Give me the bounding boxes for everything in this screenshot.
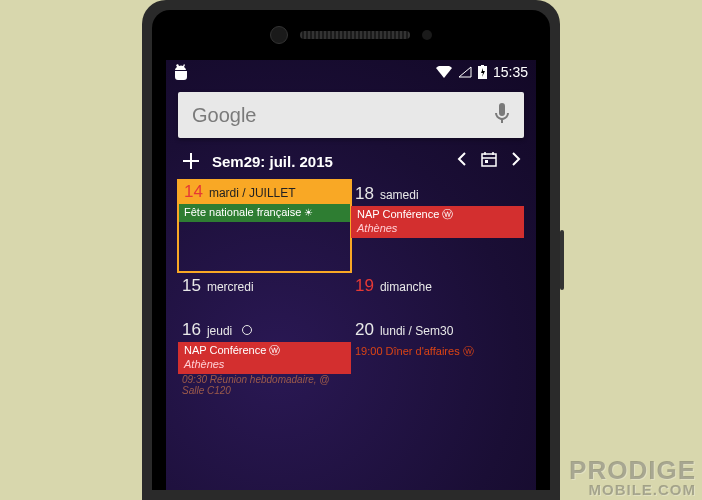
widget-title: Sem29: juil. 2015: [212, 153, 446, 170]
day-header: 14 mardi / JUILLET: [178, 180, 351, 204]
day-name: jeudi: [207, 324, 232, 338]
earpiece-speaker: [300, 31, 410, 39]
search-placeholder: Google: [192, 104, 494, 127]
day-number: 20: [355, 320, 374, 340]
clock: 15:35: [493, 64, 528, 80]
event-conference[interactable]: NAP Conférence ⓦ Athènes: [351, 206, 524, 238]
day-header: 18 samedi: [355, 182, 520, 206]
watermark-line2: MOBILE.COM: [569, 483, 696, 497]
wifi-icon: [436, 66, 452, 78]
svg-rect-2: [482, 154, 496, 166]
day-name: lundi / Sem30: [380, 324, 453, 338]
mic-icon[interactable]: [494, 102, 510, 128]
day-name: mardi / JUILLET: [209, 186, 296, 200]
event-holiday[interactable]: Fête nationale française ☀: [178, 204, 351, 222]
day-cell-16[interactable]: 16 jeudi NAP Conférence ⓦ Athènes 09:30 …: [178, 316, 351, 408]
svg-rect-1: [481, 65, 484, 67]
sun-icon: ☀: [304, 207, 313, 218]
next-button[interactable]: [510, 151, 522, 171]
calendar-widget: Sem29: juil. 2015: [178, 146, 524, 408]
speaker-area: [270, 26, 432, 44]
event-title: NAP Conférence ⓦ: [184, 344, 280, 356]
day-header: 19 dimanche: [355, 274, 520, 298]
day-number: 14: [184, 182, 203, 202]
day-header: 15 mercredi: [182, 274, 347, 298]
day-number: 15: [182, 276, 201, 296]
day-number: 16: [182, 320, 201, 340]
circle-icon: [242, 325, 252, 335]
event-meeting[interactable]: 09:30 Réunion hebdomadaire, @ Salle C120: [182, 374, 347, 396]
day-cell-14[interactable]: 14 mardi / JUILLET Fête nationale frança…: [178, 180, 351, 272]
cell-signal-icon: [458, 66, 472, 78]
front-camera: [270, 26, 288, 44]
day-number: 18: [355, 184, 374, 204]
day-name: samedi: [380, 188, 419, 202]
event-location: Athènes: [357, 222, 518, 236]
add-event-button[interactable]: [180, 150, 202, 172]
today-button[interactable]: [480, 150, 498, 172]
day-name: mercredi: [207, 280, 254, 294]
event-title: Fête nationale française: [184, 206, 301, 218]
day-number: 19: [355, 276, 374, 296]
svg-rect-3: [485, 160, 488, 163]
day-cell-19[interactable]: 19 dimanche: [351, 272, 524, 316]
status-bar: 15:35: [166, 60, 536, 84]
day-header: 20 lundi / Sem30: [355, 318, 520, 342]
event-dinner[interactable]: 19:00 Dîner d'affaires ⓦ: [355, 342, 520, 361]
day-cell-18[interactable]: 18 samedi NAP Conférence ⓦ Athènes: [351, 180, 524, 272]
day-cell-20[interactable]: 20 lundi / Sem30 19:00 Dîner d'affaires …: [351, 316, 524, 408]
screen: 15:35 Google Sem29: juil. 2015: [166, 60, 536, 490]
phone-bezel: 15:35 Google Sem29: juil. 2015: [152, 10, 550, 490]
power-button[interactable]: [560, 230, 564, 290]
battery-charging-icon: [478, 65, 487, 79]
event-conference[interactable]: NAP Conférence ⓦ Athènes: [178, 342, 351, 374]
day-header: 16 jeudi: [182, 318, 347, 342]
widget-header: Sem29: juil. 2015: [178, 146, 524, 180]
day-name: dimanche: [380, 280, 432, 294]
event-location: Athènes: [184, 358, 345, 372]
calendar-grid: 14 mardi / JUILLET Fête nationale frança…: [178, 180, 524, 408]
watermark: PRODIGE MOBILE.COM: [569, 459, 696, 496]
google-search-bar[interactable]: Google: [178, 92, 524, 138]
phone-frame: 15:35 Google Sem29: juil. 2015: [142, 0, 560, 500]
proximity-sensor: [422, 30, 432, 40]
prev-button[interactable]: [456, 151, 468, 171]
day-cell-15[interactable]: 15 mercredi: [178, 272, 351, 316]
watermark-line1: PRODIGE: [569, 455, 696, 485]
android-debug-icon: [174, 64, 188, 80]
event-title: NAP Conférence ⓦ: [357, 208, 453, 220]
